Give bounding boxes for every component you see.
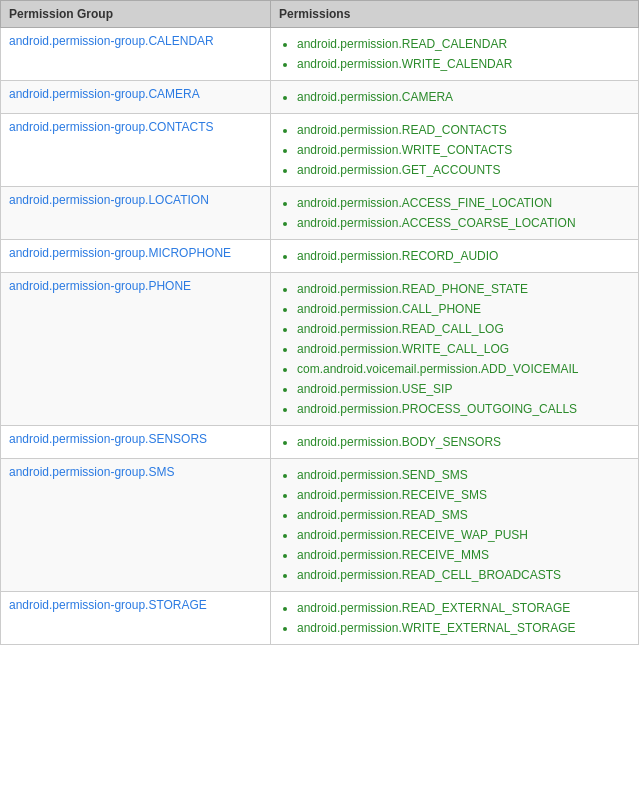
permission-group-cell: android.permission-group.SMS — [1, 459, 271, 592]
permission-item: android.permission.READ_SMS — [297, 505, 630, 525]
table-row: android.permission-group.CONTACTSandroid… — [1, 114, 639, 187]
permissions-table: Permission Group Permissions android.per… — [0, 0, 639, 645]
permission-group-cell: android.permission-group.PHONE — [1, 273, 271, 426]
permission-group-cell: android.permission-group.STORAGE — [1, 592, 271, 645]
header-group: Permission Group — [1, 1, 271, 28]
permission-item: android.permission.WRITE_CALENDAR — [297, 54, 630, 74]
permission-item: android.permission.ACCESS_FINE_LOCATION — [297, 193, 630, 213]
permissions-cell: android.permission.READ_EXTERNAL_STORAGE… — [271, 592, 639, 645]
permission-item: android.permission.READ_CALL_LOG — [297, 319, 630, 339]
permission-item: android.permission.READ_PHONE_STATE — [297, 279, 630, 299]
permission-item: android.permission.WRITE_EXTERNAL_STORAG… — [297, 618, 630, 638]
permissions-cell: android.permission.READ_CONTACTSandroid.… — [271, 114, 639, 187]
header-permissions: Permissions — [271, 1, 639, 28]
permission-item: android.permission.WRITE_CONTACTS — [297, 140, 630, 160]
permission-item: android.permission.PROCESS_OUTGOING_CALL… — [297, 399, 630, 419]
table-row: android.permission-group.PHONEandroid.pe… — [1, 273, 639, 426]
permissions-cell: android.permission.READ_CALENDARandroid.… — [271, 28, 639, 81]
permission-item: android.permission.READ_CELL_BROADCASTS — [297, 565, 630, 585]
permission-item: android.permission.READ_CONTACTS — [297, 120, 630, 140]
permission-item: android.permission.READ_EXTERNAL_STORAGE — [297, 598, 630, 618]
permission-item: android.permission.SEND_SMS — [297, 465, 630, 485]
permission-item: android.permission.USE_SIP — [297, 379, 630, 399]
permission-item: android.permission.WRITE_CALL_LOG — [297, 339, 630, 359]
permission-group-cell: android.permission-group.CONTACTS — [1, 114, 271, 187]
permission-item: android.permission.BODY_SENSORS — [297, 432, 630, 452]
permission-item: android.permission.ACCESS_COARSE_LOCATIO… — [297, 213, 630, 233]
table-row: android.permission-group.CAMERAandroid.p… — [1, 81, 639, 114]
permissions-cell: android.permission.ACCESS_FINE_LOCATIONa… — [271, 187, 639, 240]
permission-item: android.permission.READ_CALENDAR — [297, 34, 630, 54]
permissions-cell: android.permission.SEND_SMSandroid.permi… — [271, 459, 639, 592]
permission-group-cell: android.permission-group.CALENDAR — [1, 28, 271, 81]
permission-item: android.permission.RECEIVE_WAP_PUSH — [297, 525, 630, 545]
permission-item: android.permission.RECEIVE_MMS — [297, 545, 630, 565]
permission-item: android.permission.GET_ACCOUNTS — [297, 160, 630, 180]
permission-group-cell: android.permission-group.LOCATION — [1, 187, 271, 240]
permission-item: android.permission.CAMERA — [297, 87, 630, 107]
permission-group-cell: android.permission-group.CAMERA — [1, 81, 271, 114]
permission-item: android.permission.CALL_PHONE — [297, 299, 630, 319]
table-row: android.permission-group.SMSandroid.perm… — [1, 459, 639, 592]
table-row: android.permission-group.STORAGEandroid.… — [1, 592, 639, 645]
permission-item: com.android.voicemail.permission.ADD_VOI… — [297, 359, 630, 379]
permissions-cell: android.permission.BODY_SENSORS — [271, 426, 639, 459]
permissions-cell: android.permission.READ_PHONE_STATEandro… — [271, 273, 639, 426]
table-row: android.permission-group.CALENDARandroid… — [1, 28, 639, 81]
permission-item: android.permission.RECEIVE_SMS — [297, 485, 630, 505]
table-row: android.permission-group.LOCATIONandroid… — [1, 187, 639, 240]
table-row: android.permission-group.SENSORSandroid.… — [1, 426, 639, 459]
permissions-cell: android.permission.RECORD_AUDIO — [271, 240, 639, 273]
table-row: android.permission-group.MICROPHONEandro… — [1, 240, 639, 273]
permissions-cell: android.permission.CAMERA — [271, 81, 639, 114]
permission-item: android.permission.RECORD_AUDIO — [297, 246, 630, 266]
permission-group-cell: android.permission-group.SENSORS — [1, 426, 271, 459]
permission-group-cell: android.permission-group.MICROPHONE — [1, 240, 271, 273]
